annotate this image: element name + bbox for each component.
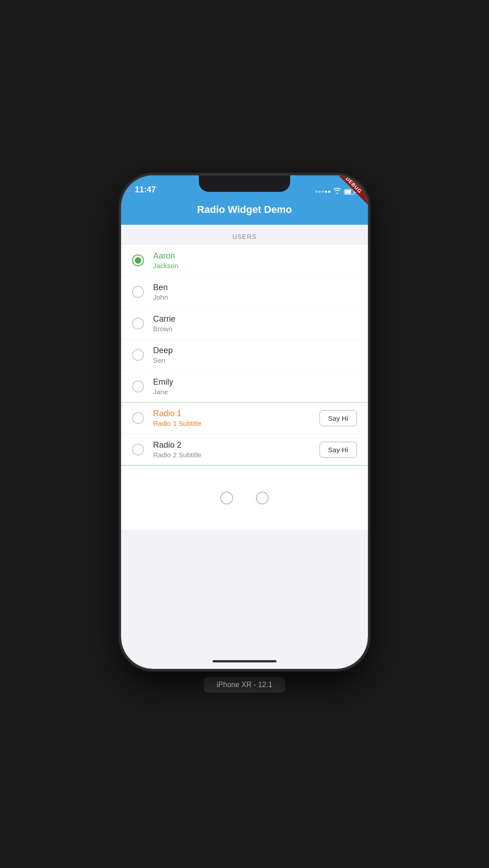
user-item-emily[interactable]: Emily Jane — [121, 371, 368, 402]
user-item-carrie[interactable]: Carrie Brown — [121, 308, 368, 339]
standalone-radio-2[interactable] — [256, 492, 269, 504]
users-list: Aaron Jackson Ben John Carrie Brown — [121, 245, 368, 402]
content-area: USERS Aaron Jackson Ben John — [121, 225, 368, 530]
device-label: iPhone XR - 12.1 — [204, 677, 285, 693]
user-subtitle-deep: Sen — [153, 356, 173, 364]
standalone-radio-1[interactable] — [220, 492, 233, 504]
radio-2-subtitle: Radio 2 Subtitle — [153, 451, 319, 459]
signal-dot-2 — [319, 191, 321, 193]
radio-aaron-inner — [135, 257, 141, 264]
user-item-deep[interactable]: Deep Sen — [121, 339, 368, 371]
user-name-carrie: Carrie — [153, 314, 175, 324]
user-subtitle-ben: John — [153, 293, 168, 301]
user-subtitle-emily: Jane — [153, 388, 173, 396]
user-info-emily: Emily Jane — [153, 377, 173, 396]
radio-1-content: Radio 1 Radio 1 Subtitle — [153, 409, 319, 427]
user-subtitle-aaron: Jackson — [153, 262, 178, 270]
user-name-deep: Deep — [153, 346, 173, 355]
signal-icon — [315, 191, 330, 193]
phone-screen: DEBUG 11:47 — [121, 175, 368, 669]
radio-item-2[interactable]: Radio 2 Radio 2 Subtitle Say Hi — [121, 434, 368, 465]
user-info-deep: Deep Sen — [153, 346, 173, 364]
signal-dot-1 — [315, 191, 318, 193]
signal-dot-5 — [328, 191, 330, 193]
say-hi-button-1[interactable]: Say Hi — [319, 410, 357, 426]
user-info-aaron: Aaron Jackson — [153, 251, 178, 270]
debug-badge: DEBUG — [336, 175, 368, 207]
radio-1-title: Radio 1 — [153, 409, 319, 418]
radio-emily[interactable] — [132, 381, 144, 392]
user-item-ben[interactable]: Ben John — [121, 276, 368, 308]
signal-dot-4 — [325, 191, 327, 193]
radio-2-title: Radio 2 — [153, 440, 319, 450]
radio-deep[interactable] — [132, 349, 144, 361]
bottom-section — [121, 466, 368, 530]
app-title: Radio Widget Demo — [197, 204, 292, 215]
user-subtitle-carrie: Brown — [153, 325, 175, 333]
home-indicator[interactable] — [213, 660, 276, 662]
radio-1-btn[interactable] — [132, 412, 144, 424]
radio-item-1[interactable]: Radio 1 Radio 1 Subtitle Say Hi — [121, 402, 368, 434]
signal-dot-3 — [322, 191, 324, 193]
app-header: Radio Widget Demo — [121, 198, 368, 225]
status-time: 11:47 — [135, 185, 156, 196]
debug-label: DEBUG — [336, 175, 368, 205]
user-item-aaron[interactable]: Aaron Jackson — [121, 245, 368, 276]
radio-2-btn[interactable] — [132, 444, 144, 455]
user-name-ben: Ben — [153, 283, 168, 292]
user-name-aaron: Aaron — [153, 251, 178, 261]
user-name-emily: Emily — [153, 377, 173, 387]
section-divider-2 — [121, 465, 368, 466]
radio-1-subtitle: Radio 1 Subtitle — [153, 419, 319, 427]
radio-2-content: Radio 2 Radio 2 Subtitle — [153, 440, 319, 459]
section-divider-1 — [121, 402, 368, 402]
radio-carrie[interactable] — [132, 318, 144, 329]
radio-ben[interactable] — [132, 286, 144, 298]
user-info-carrie: Carrie Brown — [153, 314, 175, 333]
users-section-header: USERS — [121, 225, 368, 245]
radio-section: Radio 1 Radio 1 Subtitle Say Hi Radio 2 … — [121, 402, 368, 465]
phone-device: DEBUG 11:47 — [121, 175, 368, 669]
say-hi-button-2[interactable]: Say Hi — [319, 442, 357, 458]
notch — [199, 175, 290, 192]
user-info-ben: Ben John — [153, 283, 168, 301]
radio-aaron[interactable] — [132, 254, 144, 266]
